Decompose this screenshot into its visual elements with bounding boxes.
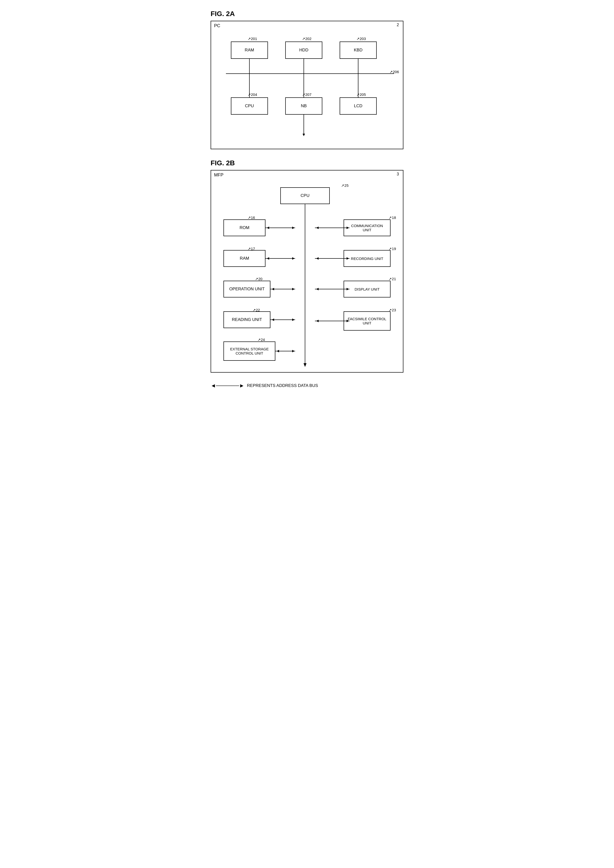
fig2b-diagram-label: MFP xyxy=(214,172,224,178)
box-kbd: KBD xyxy=(340,42,377,59)
ref-lcd: ↗205 xyxy=(356,92,366,97)
svg-marker-15 xyxy=(292,226,295,229)
svg-marker-14 xyxy=(267,226,269,229)
svg-marker-17 xyxy=(267,257,269,260)
svg-marker-8 xyxy=(303,134,305,136)
fig2b-ref: 3 xyxy=(397,172,399,177)
ref-ram: ↗201 xyxy=(248,37,257,41)
box-hdd: HDD xyxy=(285,42,322,59)
svg-marker-23 xyxy=(272,318,274,321)
svg-marker-20 xyxy=(272,288,274,290)
box-nb: NB xyxy=(285,98,322,115)
legend-arrow: ◄──────► xyxy=(211,383,244,389)
fig2a-ref: 2 xyxy=(397,23,399,27)
ref-nb: ↗207 xyxy=(302,92,311,97)
box-mfp-fax: FACSIMILE CONTROLUNIT xyxy=(344,312,390,330)
ref-kbd: ↗203 xyxy=(356,37,366,41)
box-mfp-comm: COMMUNICATIONUNIT xyxy=(344,219,390,236)
ref-cpu: ↗204 xyxy=(248,92,257,97)
fig2a-title: FIG. 2A xyxy=(211,10,403,18)
legend: ◄──────► REPRESENTS ADDRESS DATA BUS xyxy=(211,383,403,389)
box-mfp-rec: RECORDING UNIT xyxy=(344,250,390,267)
ref-mfp-cpu: ↗25 xyxy=(341,183,348,188)
svg-marker-24 xyxy=(292,318,295,321)
box-lcd: LCD xyxy=(340,98,377,115)
svg-marker-21 xyxy=(292,288,295,290)
svg-marker-38 xyxy=(316,320,319,322)
svg-marker-27 xyxy=(292,350,295,352)
svg-marker-32 xyxy=(316,257,319,260)
box-mfp-op: OPERATION UNIT xyxy=(224,281,270,298)
ref-hdd: ↗202 xyxy=(302,37,311,41)
svg-marker-26 xyxy=(277,350,279,352)
box-mfp-rom: ROM xyxy=(224,219,266,236)
box-mfp-disp: DISPLAY UNIT xyxy=(344,281,390,298)
svg-marker-18 xyxy=(292,257,295,260)
fig2b-container: 3 MFP ↗25 CPU ↗16 ROM ↗17 RAM ↗20 OPERAT… xyxy=(211,170,403,373)
legend-text: REPRESENTS ADDRESS DATA BUS xyxy=(247,383,318,388)
box-mfp-rd: READING UNIT xyxy=(224,312,270,328)
fig2a-diagram-label: PC xyxy=(214,23,220,28)
box-mfp-ext: EXTERNAL STORAGECONTROL UNIT xyxy=(224,341,275,361)
svg-marker-29 xyxy=(316,226,319,229)
svg-marker-35 xyxy=(316,288,319,290)
ref-bus: ↗206 xyxy=(390,70,399,74)
fig2b-title: FIG. 2B xyxy=(211,159,403,167)
svg-marker-12 xyxy=(303,363,306,367)
box-ram: RAM xyxy=(231,42,268,59)
box-mfp-ram: RAM xyxy=(224,250,266,267)
box-cpu: CPU xyxy=(231,98,268,115)
fig2a-container: 2 PC ↗201 RAM ↗202 HDD ↗203 KBD ↗206 ↗20… xyxy=(211,21,403,149)
box-mfp-cpu: CPU xyxy=(280,187,330,204)
